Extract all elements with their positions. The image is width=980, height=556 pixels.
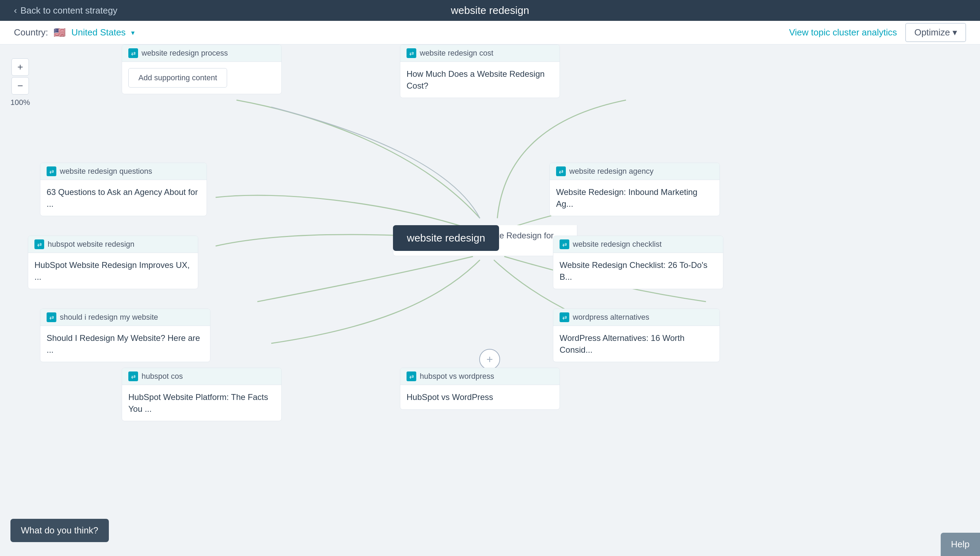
node-keyword-checklist: website redesign checklist [573, 240, 662, 249]
view-analytics-link[interactable]: View topic cluster analytics [789, 27, 897, 38]
node-wordpress[interactable]: ⇄ wordpress alternatives WordPress Alter… [553, 309, 720, 362]
help-button[interactable]: Help [941, 533, 980, 556]
zoom-level: 100% [10, 98, 30, 107]
country-label: Country: [14, 27, 48, 38]
zoom-in-button[interactable]: + [11, 58, 29, 76]
header: ‹ Back to content strategy website redes… [0, 0, 980, 21]
node-keyword-hubspotwordpress: hubspot vs wordpress [420, 372, 494, 381]
node-checklist[interactable]: ⇄ website redesign checklist Website Red… [553, 236, 723, 289]
hubspot-icon: ⇄ [34, 239, 44, 249]
add-supporting-button[interactable]: Add supporting content [128, 68, 227, 87]
node-header-hubspotcos: ⇄ hubspot cos [122, 368, 281, 385]
hubspotcos-icon: ⇄ [128, 372, 138, 381]
should-icon: ⇄ [47, 312, 56, 322]
questions-icon: ⇄ [47, 166, 56, 176]
node-title-wordpress: WordPress Alternatives: 16 Worth Consid.… [553, 326, 719, 362]
agency-icon: ⇄ [556, 166, 566, 176]
node-header-wordpress: ⇄ wordpress alternatives [553, 309, 719, 326]
chevron-down-icon[interactable]: ▾ [131, 29, 134, 37]
connector-lines [0, 44, 980, 556]
feedback-button[interactable]: What do you think? [10, 519, 109, 542]
node-agency[interactable]: ⇄ website redesign agency Website Redesi… [549, 163, 720, 216]
node-questions[interactable]: ⇄ website redesign questions 63 Question… [40, 163, 207, 216]
node-title-cost: How Much Does a Website Redesign Cost? [400, 62, 560, 98]
node-keyword-cost: website redesign cost [420, 48, 494, 58]
node-title-hubspotwordpress: HubSpot vs WordPress [400, 385, 560, 409]
node-hubspot[interactable]: ⇄ hubspot website redesign HubSpot Websi… [28, 236, 198, 289]
node-header-checklist: ⇄ website redesign checklist [553, 236, 723, 253]
node-process[interactable]: ⇄ website redesign process Add supportin… [122, 44, 282, 94]
node-hubspotwordpress[interactable]: ⇄ hubspot vs wordpress HubSpot vs WordPr… [400, 368, 560, 410]
process-icon: ⇄ [128, 48, 138, 58]
node-keyword-wordpress: wordpress alternatives [573, 313, 649, 322]
node-should[interactable]: ⇄ should i redesign my website Should I … [40, 309, 211, 362]
flag-icon: 🇺🇸 [53, 27, 66, 38]
node-title-checklist: Website Redesign Checklist: 26 To-Do's B… [553, 253, 723, 289]
node-cost[interactable]: ⇄ website redesign cost How Much Does a … [400, 44, 560, 98]
node-header-should: ⇄ should i redesign my website [40, 309, 210, 326]
zoom-out-button[interactable]: − [11, 77, 29, 95]
zoom-controls: + − 100% [10, 58, 30, 107]
node-header-questions: ⇄ website redesign questions [40, 163, 207, 180]
node-keyword-questions: website redesign questions [60, 167, 152, 176]
toolbar-left: Country: 🇺🇸 United States ▾ [14, 27, 134, 38]
back-label: Back to content strategy [21, 5, 118, 16]
add-content-button[interactable]: + [479, 349, 500, 370]
node-header-agency: ⇄ website redesign agency [550, 163, 719, 180]
center-node-keyword: website redesign [407, 232, 485, 244]
node-title-hubspotcos: HubSpot Website Platform: The Facts You … [122, 385, 281, 421]
node-title-agency: Website Redesign: Inbound Marketing Ag..… [550, 180, 719, 216]
node-keyword-process: website redesign process [141, 48, 228, 58]
node-hubspotcos[interactable]: ⇄ hubspot cos HubSpot Website Platform: … [122, 368, 282, 421]
cost-icon: ⇄ [407, 48, 416, 58]
checklist-icon: ⇄ [560, 239, 569, 249]
node-body-process: Add supporting content [122, 62, 281, 94]
node-title-hubspot: HubSpot Website Redesign Improves UX, ..… [28, 253, 198, 289]
node-header-hubspotwordpress: ⇄ hubspot vs wordpress [400, 368, 560, 385]
node-header-hubspot: ⇄ hubspot website redesign [28, 236, 198, 253]
canvas: + − 100% ⇄ website redesign process Add … [0, 44, 980, 556]
node-keyword-should: should i redesign my website [60, 313, 158, 322]
node-title-questions: 63 Questions to Ask an Agency About for … [40, 180, 207, 216]
node-keyword-agency: website redesign agency [569, 167, 653, 176]
toolbar: Country: 🇺🇸 United States ▾ View topic c… [0, 21, 980, 44]
page-title: website redesign [451, 5, 529, 16]
node-header-process: ⇄ website redesign process [122, 45, 281, 62]
back-button[interactable]: ‹ Back to content strategy [14, 5, 118, 16]
wordpress-icon: ⇄ [560, 312, 569, 322]
country-selector[interactable]: United States [71, 27, 126, 38]
hubspotwordpress-icon: ⇄ [407, 372, 416, 381]
toolbar-right: View topic cluster analytics Optimize ▾ [789, 23, 966, 42]
optimize-button[interactable]: Optimize ▾ [905, 23, 966, 42]
back-arrow-icon: ‹ [14, 5, 17, 16]
center-card[interactable]: website redesign Ultimate Guide to Websi… [393, 225, 577, 256]
node-title-should: Should I Redesign My Website? Here are .… [40, 326, 210, 362]
center-node[interactable]: website redesign [393, 225, 499, 251]
node-keyword-hubspotcos: hubspot cos [141, 372, 183, 381]
node-keyword-hubspot: hubspot website redesign [48, 240, 134, 249]
node-header-cost: ⇄ website redesign cost [400, 45, 560, 62]
